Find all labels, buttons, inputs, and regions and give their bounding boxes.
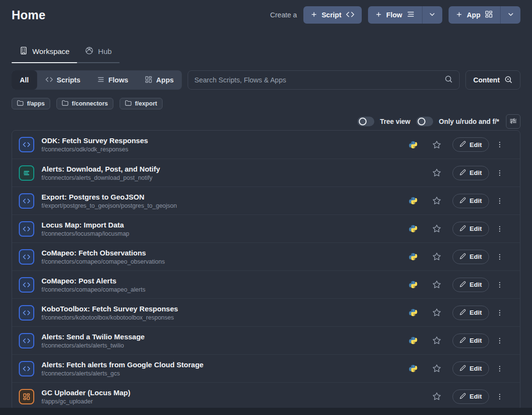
item-path: f/connectors/odk/odk_responses xyxy=(41,146,148,153)
owner-filter-toggle[interactable] xyxy=(416,117,433,126)
edit-button[interactable]: Edit xyxy=(452,278,490,292)
list-item[interactable]: Export: Postgres to GeoJSON f/export/pos… xyxy=(12,187,520,214)
item-kind-icon xyxy=(19,137,34,152)
list-item[interactable]: Alerts: Fetch alerts from Google Cloud S… xyxy=(12,354,520,382)
edit-button[interactable]: Edit xyxy=(452,166,490,180)
item-path: f/export/postgres_to_geojson/postgres_to… xyxy=(41,202,177,209)
flow-dropdown-button[interactable] xyxy=(422,6,442,24)
content-search-button[interactable]: Content xyxy=(465,70,520,90)
list-item[interactable]: KoboToolbox: Fetch Survey Responses f/co… xyxy=(12,298,520,326)
kebab-menu-icon[interactable] xyxy=(496,337,504,345)
kebab-menu-icon[interactable] xyxy=(496,169,504,177)
kebab-menu-icon[interactable] xyxy=(496,253,504,261)
filter-apps[interactable]: Apps xyxy=(136,70,182,90)
code-icon xyxy=(23,253,30,261)
star-icon[interactable] xyxy=(432,308,441,317)
search-input[interactable] xyxy=(194,76,444,84)
list-item[interactable]: GC Uploader (Locus Map) f/apps/gc_upload… xyxy=(12,382,520,410)
item-path: f/connectors/comapeo/comapeo_alerts xyxy=(41,286,145,293)
star-icon[interactable] xyxy=(432,168,441,177)
star-icon[interactable] xyxy=(432,392,441,401)
item-text: CoMapeo: Post Alerts f/connectors/comape… xyxy=(41,277,145,293)
star-icon[interactable] xyxy=(432,140,441,149)
star-icon[interactable] xyxy=(432,196,441,205)
item-path: f/connectors/comapeo/comapeo_observation… xyxy=(41,258,165,265)
tab-workspace[interactable]: Workspace xyxy=(12,42,77,63)
item-title: Alerts: Download, Post, and Notify xyxy=(41,165,160,173)
code-icon xyxy=(23,365,30,373)
edit-button[interactable]: Edit xyxy=(452,137,490,152)
view-options-row: Tree view Only u/rudo and f/* xyxy=(12,114,520,129)
python-icon xyxy=(409,308,417,317)
item-path: f/connectors/alerts/alerts_twilio xyxy=(41,342,145,349)
kebab-menu-icon[interactable] xyxy=(496,225,504,233)
kebab-menu-icon[interactable] xyxy=(496,365,504,373)
list-item[interactable]: CoMapeo: Fetch Observations f/connectors… xyxy=(12,242,520,270)
create-app-label: App xyxy=(467,11,480,19)
kebab-menu-icon[interactable] xyxy=(496,281,504,289)
search-content-icon xyxy=(504,75,513,85)
code-icon xyxy=(23,225,30,233)
python-icon xyxy=(409,392,417,401)
edit-button[interactable]: Edit xyxy=(452,361,490,376)
create-flow-button[interactable]: Flow xyxy=(368,6,422,24)
list-item[interactable]: Locus Map: Import Data f/connectors/locu… xyxy=(12,214,520,242)
item-actions: Edit xyxy=(409,306,504,320)
tab-workspace-label: Workspace xyxy=(32,47,69,56)
item-actions: Edit xyxy=(409,222,504,236)
app-dropdown-button[interactable] xyxy=(500,6,520,24)
kebab-menu-icon[interactable] xyxy=(496,393,504,401)
star-icon[interactable] xyxy=(432,336,441,345)
list-settings-button[interactable] xyxy=(506,114,520,129)
plus-icon xyxy=(311,11,317,19)
create-script-button[interactable]: Script xyxy=(303,6,362,24)
edit-button[interactable]: Edit xyxy=(452,306,490,320)
edit-button[interactable]: Edit xyxy=(452,389,490,404)
edit-button[interactable]: Edit xyxy=(452,222,490,236)
list-item[interactable]: Alerts: Send a Twilio Message f/connecto… xyxy=(12,326,520,354)
item-kind-icon xyxy=(19,221,34,237)
globe-icon xyxy=(85,46,94,57)
folder-chip[interactable]: f/connectors xyxy=(56,98,113,109)
filter-flows[interactable]: Flows xyxy=(89,70,136,90)
folder-chip[interactable]: f/export xyxy=(120,98,163,109)
folder-icon xyxy=(62,100,68,108)
filter-scripts[interactable]: Scripts xyxy=(37,70,89,90)
tab-hub[interactable]: Hub xyxy=(77,42,119,63)
python-icon xyxy=(409,281,417,289)
building-icon xyxy=(19,46,28,57)
tree-view-toggle[interactable] xyxy=(357,117,374,126)
star-icon[interactable] xyxy=(432,224,441,233)
edit-button[interactable]: Edit xyxy=(452,250,490,264)
item-text: Alerts: Download, Post, and Notify f/con… xyxy=(41,165,160,181)
chevron-down-icon xyxy=(428,11,436,20)
edit-button[interactable]: Edit xyxy=(452,334,490,348)
filter-all[interactable]: All xyxy=(12,70,37,90)
pencil-icon xyxy=(460,253,466,261)
folder-icon xyxy=(17,100,24,108)
python-icon xyxy=(409,253,417,261)
create-app-button[interactable]: App xyxy=(449,6,500,24)
item-kind-icon xyxy=(19,389,34,404)
kebab-menu-icon[interactable] xyxy=(496,309,504,317)
code-icon xyxy=(45,76,53,85)
folder-chip-label: f/connectors xyxy=(72,100,108,107)
kebab-menu-icon[interactable] xyxy=(496,197,504,205)
filter-all-label: All xyxy=(20,76,29,84)
folder-chip[interactable]: f/apps xyxy=(12,98,50,109)
edit-button[interactable]: Edit xyxy=(452,194,490,208)
create-script-label: Script xyxy=(322,11,341,19)
kebab-menu-icon[interactable] xyxy=(496,141,504,148)
star-icon[interactable] xyxy=(432,364,441,373)
list-item[interactable]: CoMapeo: Post Alerts f/connectors/comape… xyxy=(12,270,520,298)
star-icon[interactable] xyxy=(432,252,441,261)
pencil-icon xyxy=(460,169,466,177)
create-app-group: App xyxy=(449,6,520,24)
list-item[interactable]: Alerts: Download, Post, and Notify f/con… xyxy=(12,159,520,187)
item-actions: Edit xyxy=(409,278,504,292)
list-item[interactable]: ODK: Fetch Survey Responses f/connectors… xyxy=(12,131,520,159)
item-actions: Edit xyxy=(409,334,504,348)
toggle-knob xyxy=(359,118,367,125)
item-title: CoMapeo: Post Alerts xyxy=(41,277,145,285)
star-icon[interactable] xyxy=(432,280,441,289)
